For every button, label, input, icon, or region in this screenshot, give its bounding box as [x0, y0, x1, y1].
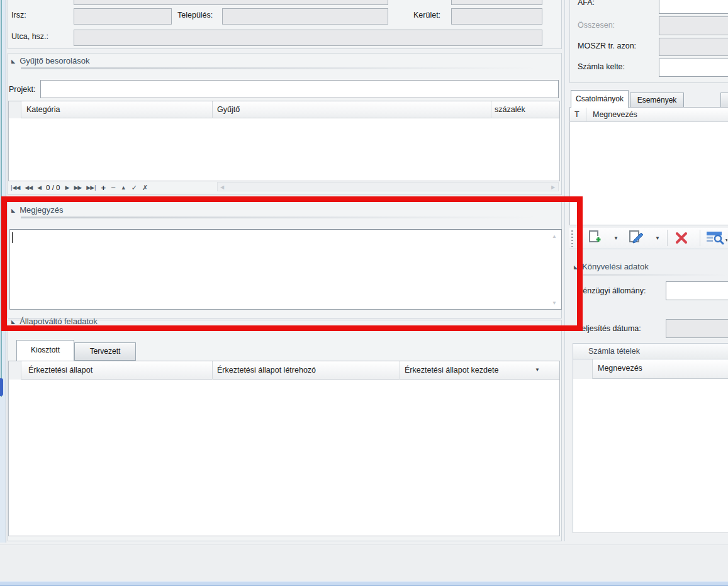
kerulet-label: Kerület: [413, 11, 440, 20]
allapot-section-header[interactable]: ◣Állapotváltó feladatok [11, 317, 98, 326]
memo-scroll-down-icon[interactable]: ▼ [552, 300, 557, 306]
teljesites-label: Teljesítés dátuma: [578, 324, 641, 333]
gyujto-grid-indicator [9, 101, 21, 118]
teljesites-field [666, 319, 728, 338]
hscroll-left-arrow-icon[interactable]: ◀ [220, 184, 224, 190]
utca-field[interactable] [74, 30, 542, 46]
gyujto-col-sep-1 [212, 101, 213, 118]
allapot-section-title: Állapotváltó feladatok [20, 317, 98, 326]
tetelek-group-title: Számla tételek [588, 347, 640, 356]
nav-last-button[interactable]: ▶▶∣ [86, 184, 96, 191]
afa-field[interactable] [659, 0, 728, 14]
nav-next-page-button[interactable]: ▶▶ [74, 184, 81, 191]
left-panel-border [6, 0, 6, 543]
tetelek-grid-body[interactable] [573, 379, 728, 533]
konyveles-header-rule [583, 274, 728, 276]
allapot-grid[interactable] [8, 361, 560, 536]
edit-attachment-button[interactable] [629, 230, 644, 245]
nav-next-button[interactable]: ▶ [65, 184, 69, 191]
megjegyzes-textarea[interactable] [9, 229, 562, 310]
irsz-label: Irsz: [11, 11, 26, 20]
konyveles-section-title: Könyvelési adatok [582, 262, 649, 271]
allapot-grid-indicator [9, 361, 21, 380]
gyujto-col-gyujto[interactable]: Gyűjtő [217, 105, 240, 114]
attachments-grid-body[interactable] [569, 122, 728, 225]
gyujto-col-szazalek[interactable]: százalék [495, 105, 525, 114]
tab-partial-cutoff[interactable] [720, 93, 728, 108]
kerulet-field[interactable] [451, 8, 542, 25]
szamla-kelte-field[interactable] [659, 59, 728, 77]
footer-blue-strip [0, 581, 728, 586]
toolbar-separator [700, 230, 700, 246]
gyujto-hscrollbar[interactable] [217, 182, 559, 191]
panel-splitter[interactable] [564, 0, 565, 541]
allapot-col-sep-1 [212, 361, 213, 380]
view-grid-search-icon [706, 230, 727, 245]
nav-edit-button[interactable]: ▲ [121, 184, 126, 191]
tetelek-col-megnevezes[interactable]: Megnevezés [598, 364, 642, 373]
irsz-field[interactable] [74, 8, 172, 25]
penzugyi-field[interactable] [666, 281, 728, 300]
megjegyzes-section-header[interactable]: ◣Megjegyzés [11, 205, 64, 215]
tab-esemenyek[interactable]: Események [630, 93, 684, 108]
new-attachment-button[interactable] [588, 230, 602, 245]
gyujto-section-title: Gyűjtő besorolások [20, 56, 89, 65]
megjegyzes-header-rule [21, 217, 537, 218]
szamla-kelte-label: Számla kelte: [578, 62, 625, 71]
collapse-triangle-icon: ◣ [11, 59, 15, 64]
telepules-field[interactable] [222, 8, 388, 25]
new-attachment-dropdown-icon[interactable]: ▼ [613, 235, 619, 241]
memo-scroll-up-icon[interactable]: ▲ [552, 234, 557, 239]
nav-prev-button[interactable]: ◀ [37, 184, 41, 191]
collapse-triangle-icon: ◣ [11, 319, 15, 325]
osszesen-label: Összesen: [578, 21, 615, 30]
tab-csatolmanyok[interactable]: Csatolmányok [571, 90, 629, 108]
attachments-col-megnevezes[interactable]: Megnevezés [593, 110, 637, 119]
gyujto-data-navigator: ∣◀◀ ◀◀ ◀ 0 / 0 ▶ ▶▶ ▶▶∣ + − ▲ ✓ ✗ [10, 183, 148, 193]
tab-tervezett[interactable]: Tervezett [74, 342, 136, 361]
projekt-field[interactable] [40, 80, 559, 98]
nav-delete-button[interactable]: − [111, 183, 116, 193]
tab-kiosztott[interactable]: Kiosztott [16, 340, 74, 361]
nav-cancel-button[interactable]: ✗ [142, 184, 148, 192]
allapot-col-kezdete[interactable]: Érkeztetési állapot kezdete [405, 366, 498, 375]
nav-record-position: 0 / 0 [46, 184, 60, 191]
gyujto-grid-header [9, 101, 559, 118]
tetelek-grid-indicator [573, 359, 593, 379]
osszesen-field [659, 16, 728, 35]
cutoff-field-top-1[interactable] [74, 0, 388, 5]
allapot-col-sep-2 [400, 361, 400, 380]
megjegyzes-section-title: Megjegyzés [20, 205, 63, 215]
hscroll-right-arrow-icon[interactable]: ▶ [551, 184, 555, 190]
cutoff-field-top-2[interactable] [451, 0, 542, 5]
new-document-icon [588, 230, 602, 245]
allapot-col-letrehozo[interactable]: Érkeztetési állapot létrehozó [217, 366, 316, 375]
afa-label: ÁFA: [578, 0, 595, 7]
edit-attachment-dropdown-icon[interactable]: ▼ [655, 235, 660, 241]
view-attachment-button[interactable] [706, 230, 727, 245]
attachments-col-sep [586, 107, 586, 122]
nav-accept-button[interactable]: ✓ [132, 184, 137, 192]
gyujto-col-kategoria[interactable]: Kategória [26, 105, 60, 114]
toolbar-grip[interactable] [571, 230, 573, 247]
moszr-field [659, 38, 728, 56]
footer-bar [0, 544, 728, 581]
gyujto-section-header[interactable]: ◣Gyűjtő besorolások [11, 56, 89, 65]
projekt-label: Projekt: [9, 85, 35, 94]
konyveles-section-header[interactable]: ◣Könyvelési adatok [574, 262, 649, 271]
collapse-triangle-icon: ◣ [11, 208, 15, 213]
delete-attachment-button[interactable] [675, 231, 688, 245]
tetelek-grid-header [573, 359, 728, 379]
delete-x-icon [675, 231, 688, 245]
edit-document-icon [629, 230, 644, 245]
attachments-col-t[interactable]: T [574, 110, 580, 119]
left-edge-selection-segment [0, 378, 3, 396]
allapot-col-allapot[interactable]: Érkeztetési állapot [28, 366, 92, 375]
left-edge-teal-line [1, 0, 2, 397]
column-menu-dropdown-icon[interactable]: ▼ [535, 367, 540, 373]
nav-first-button[interactable]: ∣◀◀ [10, 184, 20, 191]
nav-prev-page-button[interactable]: ◀◀ [25, 184, 32, 191]
gyujto-header-rule [21, 67, 537, 69]
toolbar-separator [667, 230, 668, 246]
nav-append-button[interactable]: + [101, 183, 106, 193]
